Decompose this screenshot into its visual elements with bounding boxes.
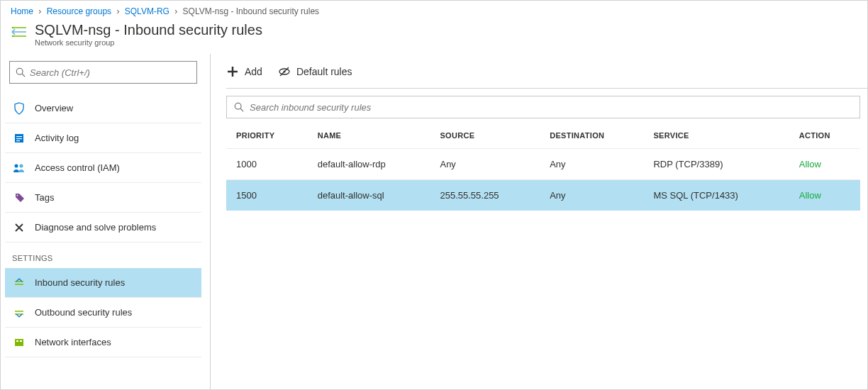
col-priority[interactable]: PRIORITY: [226, 123, 308, 149]
svg-rect-7: [16, 140, 20, 141]
sidebar-item-label: Overview: [35, 103, 73, 113]
col-source[interactable]: SOURCE: [430, 123, 540, 149]
col-destination[interactable]: DESTINATION: [540, 123, 643, 149]
svg-point-2: [16, 68, 23, 74]
svg-rect-5: [16, 136, 22, 137]
svg-point-17: [235, 103, 241, 109]
cell-service: RDP (TCP/3389): [643, 149, 789, 180]
search-icon: [234, 102, 244, 112]
svg-rect-13: [20, 340, 22, 342]
cell-service: MS SQL (TCP/1433): [643, 180, 789, 211]
shield-icon: [12, 102, 26, 115]
table-row[interactable]: 1000default-allow-rdpAnyAnyRDP (TCP/3389…: [226, 149, 860, 180]
breadcrumb-sep: ›: [116, 6, 119, 16]
default-rules-button[interactable]: Default rules: [278, 65, 352, 78]
sidebar-section-settings: SETTINGS: [5, 243, 201, 268]
cell-destination: Any: [540, 180, 643, 211]
sidebar-item-overview[interactable]: Overview: [5, 94, 201, 123]
table-row[interactable]: 1500default-allow-sql255.55.55.255AnyMS …: [226, 180, 860, 211]
outbound-icon: [12, 307, 26, 318]
cell-name: default-allow-sql: [308, 180, 430, 211]
cell-destination: Any: [540, 149, 643, 180]
default-rules-label: Default rules: [296, 66, 352, 77]
breadcrumb-current: SQLVM-nsg - Inbound security rules: [183, 6, 320, 16]
sidebar-item-tags[interactable]: Tags: [5, 183, 201, 213]
cell-action: Allow: [789, 180, 860, 211]
page-header: SQLVM-nsg - Inbound security rules Netwo…: [1, 22, 867, 54]
sidebar-item-label: Outbound security rules: [35, 307, 132, 318]
cell-priority: 1000: [226, 149, 308, 180]
svg-line-18: [240, 108, 243, 111]
sidebar-search[interactable]: [9, 61, 197, 84]
sidebar-item-activity-log[interactable]: Activity log: [5, 123, 201, 153]
sidebar: Overview Activity log Access control (IA…: [1, 54, 211, 390]
sidebar-search-input[interactable]: [30, 67, 191, 78]
svg-point-1: [12, 35, 14, 38]
nsg-icon: [11, 23, 28, 43]
sidebar-item-outbound-rules[interactable]: Outbound security rules: [5, 298, 201, 328]
sidebar-item-inbound-rules[interactable]: Inbound security rules: [5, 268, 201, 298]
search-icon: [16, 67, 26, 77]
add-button[interactable]: Add: [226, 65, 262, 78]
sidebar-item-network-interfaces[interactable]: Network interfaces: [5, 328, 201, 357]
svg-line-3: [22, 74, 25, 77]
cell-source: 255.55.55.255: [430, 180, 540, 211]
table-search[interactable]: [226, 96, 860, 118]
main-content: Add Default rules PRIORITY NAME SOURCE D…: [211, 54, 867, 390]
cell-name: default-allow-rdp: [308, 149, 430, 180]
breadcrumb-link-rgname[interactable]: SQLVM-RG: [125, 6, 169, 16]
cell-action: Allow: [789, 149, 860, 180]
add-button-label: Add: [245, 66, 262, 77]
page-subtitle: Network security group: [35, 38, 262, 47]
col-action[interactable]: ACTION: [789, 123, 860, 149]
breadcrumb: Home › Resource groups › SQLVM-RG › SQLV…: [1, 1, 867, 22]
sidebar-item-label: Tags: [35, 192, 54, 203]
sidebar-item-diagnose[interactable]: Diagnose and solve problems: [5, 213, 201, 243]
tag-icon: [12, 192, 26, 204]
sidebar-item-access-control[interactable]: Access control (IAM): [5, 153, 201, 183]
inbound-icon: [12, 277, 26, 289]
sidebar-item-label: Network interfaces: [35, 337, 111, 347]
svg-point-9: [20, 164, 23, 167]
page-title: SQLVM-nsg - Inbound security rules: [35, 22, 262, 38]
svg-point-10: [17, 194, 18, 196]
col-name[interactable]: NAME: [308, 123, 430, 149]
svg-point-8: [15, 164, 18, 167]
breadcrumb-link-rg[interactable]: Resource groups: [47, 6, 111, 16]
col-service[interactable]: SERVICE: [643, 123, 789, 149]
svg-rect-12: [16, 340, 18, 342]
nic-icon: [12, 337, 26, 348]
breadcrumb-sep: ›: [38, 6, 41, 16]
sidebar-item-label: Access control (IAM): [35, 162, 120, 173]
svg-rect-11: [15, 339, 23, 346]
sidebar-item-label: Inbound security rules: [35, 277, 125, 288]
toolbar: Add Default rules: [226, 61, 867, 88]
plus-icon: [226, 65, 239, 78]
breadcrumb-link-home[interactable]: Home: [11, 6, 33, 16]
sidebar-item-label: Diagnose and solve problems: [35, 222, 156, 233]
eye-off-icon: [278, 65, 291, 78]
log-icon: [12, 133, 26, 144]
tools-icon: [12, 222, 26, 233]
svg-rect-6: [16, 138, 22, 139]
people-icon: [12, 163, 26, 173]
breadcrumb-sep: ›: [174, 6, 177, 16]
svg-point-0: [12, 27, 14, 29]
cell-priority: 1500: [226, 180, 308, 211]
sidebar-item-label: Activity log: [35, 133, 79, 143]
table-search-input[interactable]: [250, 102, 852, 113]
cell-source: Any: [430, 149, 540, 180]
rules-table: PRIORITY NAME SOURCE DESTINATION SERVICE…: [226, 123, 860, 211]
